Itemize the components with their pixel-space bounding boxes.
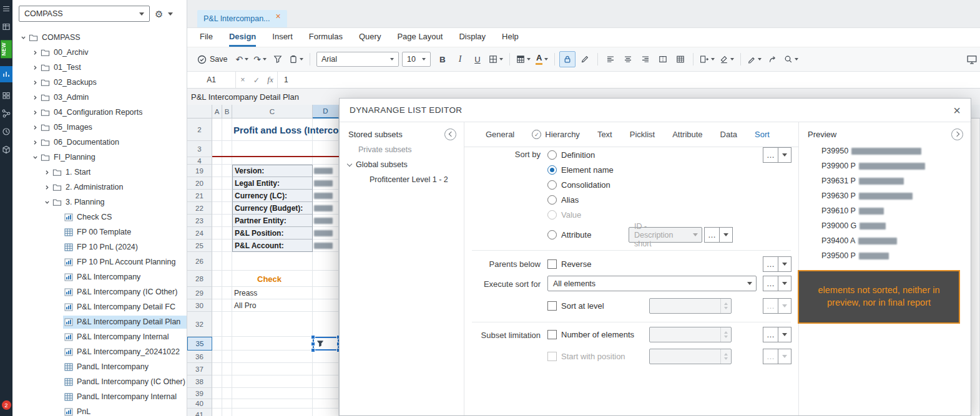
more-dropdown-button[interactable]: [720, 227, 733, 243]
chevron-right-icon[interactable]: [42, 185, 51, 190]
grid-corner[interactable]: [187, 105, 212, 119]
cell-B19[interactable]: [222, 165, 232, 177]
chevron-down-icon[interactable]: [31, 155, 39, 160]
tree-item[interactable]: P&L Intercompany (IC Other): [12, 284, 187, 299]
cell-A39[interactable]: [212, 388, 222, 399]
cell-D32[interactable]: [313, 312, 339, 337]
chevron-right-icon[interactable]: [31, 50, 39, 56]
font-family-select[interactable]: Arial: [316, 52, 399, 67]
cell-D25[interactable]: [313, 239, 339, 252]
menu-display[interactable]: Display: [459, 28, 486, 47]
cell-B35[interactable]: [222, 337, 232, 351]
cell-A20[interactable]: [212, 177, 222, 190]
tree-item[interactable]: 04_Configuration Reports: [12, 105, 187, 120]
value-radio[interactable]: [547, 210, 557, 220]
cell-D39[interactable]: [313, 388, 339, 399]
tree-item[interactable]: 01_Test: [12, 60, 187, 75]
cell-A23[interactable]: [212, 215, 222, 227]
selection-handle[interactable]: [311, 342, 315, 346]
gear-chevron-icon[interactable]: [168, 12, 173, 16]
cell-A26[interactable]: [212, 252, 222, 271]
menu-help[interactable]: Help: [502, 28, 519, 47]
more-options-button[interactable]: …: [763, 147, 778, 163]
tree-item[interactable]: FP 10 PnL Account Planning: [12, 254, 187, 269]
sort-at-level-checkbox[interactable]: [547, 301, 557, 311]
cell-A25[interactable]: [212, 239, 222, 252]
subset-profitcenter-item[interactable]: Profitcenter Level 1 - 2: [340, 172, 464, 187]
chevron-down-icon[interactable]: [42, 200, 51, 205]
cell-B20[interactable]: [222, 177, 232, 190]
cell-B30[interactable]: [222, 299, 232, 312]
column-header-A[interactable]: A: [212, 105, 222, 119]
cell-A37[interactable]: [212, 363, 222, 375]
function-icon[interactable]: fx: [263, 75, 277, 85]
menu-page-layout[interactable]: Page Layout: [397, 28, 443, 47]
alias-radio[interactable]: [547, 195, 557, 205]
consolidation-radio[interactable]: [547, 180, 557, 190]
cell-D36[interactable]: [313, 351, 339, 363]
start-with-position-checkbox[interactable]: [547, 352, 557, 361]
row-header-39[interactable]: 39: [187, 388, 212, 399]
preview-list-item[interactable]: P39900 P: [799, 158, 971, 173]
more-dropdown-button[interactable]: [778, 276, 791, 291]
cell-reference-box[interactable]: A1: [187, 72, 236, 88]
cell-A24[interactable]: [212, 227, 222, 239]
cell-A21[interactable]: [212, 190, 222, 202]
row-header-36[interactable]: 36: [187, 351, 212, 363]
clear-formatting-button[interactable]: [718, 51, 736, 67]
row-header-35[interactable]: 35: [187, 337, 212, 351]
tree-item[interactable]: 1. Start: [12, 165, 187, 180]
cell-C40[interactable]: [232, 399, 313, 409]
cell-A40[interactable]: [212, 399, 222, 409]
column-header-B[interactable]: B: [222, 105, 232, 119]
formula-accept-icon[interactable]: ✓: [250, 75, 263, 85]
cell-D23[interactable]: [313, 215, 339, 227]
cell-B28[interactable]: [222, 271, 232, 287]
element-name-radio[interactable]: [547, 165, 557, 175]
formula-input[interactable]: 1: [277, 72, 980, 88]
preview-list-item[interactable]: P39950: [799, 143, 971, 158]
formula-cancel-icon[interactable]: ×: [236, 75, 250, 84]
start-with-position-spinner[interactable]: [649, 349, 732, 364]
dialog-tab-picklist[interactable]: Picklist: [622, 122, 662, 147]
menu-icon[interactable]: [1, 4, 11, 14]
attribute-select[interactable]: ID - Description short: [629, 227, 702, 243]
align-center-button[interactable]: [620, 51, 636, 67]
more-dropdown-button[interactable]: [778, 298, 791, 314]
sort-option-alias[interactable]: Alias: [547, 194, 579, 205]
cell-C35[interactable]: [232, 337, 313, 351]
cell-A3[interactable]: [212, 141, 222, 157]
preview-list-item[interactable]: P39631 P: [799, 173, 971, 188]
table-style-button[interactable]: [514, 51, 532, 67]
cell-C29[interactable]: Preass: [232, 287, 313, 299]
cell-C30[interactable]: All Pro: [232, 299, 313, 312]
integrator-icon[interactable]: [1, 109, 11, 119]
cell-C23[interactable]: Partner Entity:: [232, 215, 313, 227]
tree-item[interactable]: 2. Administration: [12, 180, 187, 195]
reverse-checkbox[interactable]: [547, 259, 557, 269]
chevron-down-icon[interactable]: [19, 35, 27, 41]
tree-item[interactable]: P&L Intercompany Detail FC: [12, 299, 187, 314]
cell-C38[interactable]: [232, 375, 313, 388]
cell-C21[interactable]: Currency (LC):: [232, 190, 313, 202]
row-header-2[interactable]: 2: [187, 119, 212, 141]
tree-item[interactable]: P&L Intercompany Internal: [12, 329, 187, 344]
column-header-C[interactable]: C: [232, 105, 313, 119]
tree-item[interactable]: 06_Documentation: [12, 135, 187, 150]
row-header-28[interactable]: 28: [187, 271, 212, 287]
cell-A4[interactable]: [212, 157, 222, 165]
cell-A32[interactable]: [212, 312, 222, 337]
save-button[interactable]: Save: [192, 51, 233, 67]
menu-design[interactable]: Design: [229, 28, 256, 47]
cell-D4[interactable]: [313, 157, 339, 165]
more-dropdown-button[interactable]: [778, 256, 791, 272]
format-table-button[interactable]: [672, 51, 688, 67]
sort-option-element-name[interactable]: Element name: [547, 164, 614, 175]
cell-C36[interactable]: [232, 351, 313, 363]
cell-B21[interactable]: [222, 190, 232, 202]
tab-pl-intercompany[interactable]: P&L Intercompan... ×: [197, 10, 287, 27]
number-of-elements-row[interactable]: Number of elements: [547, 329, 634, 340]
cell-B22[interactable]: [222, 202, 232, 215]
preview-list-item[interactable]: P39400 A: [799, 233, 971, 248]
sort-at-level-row[interactable]: Sort at level: [547, 300, 604, 311]
